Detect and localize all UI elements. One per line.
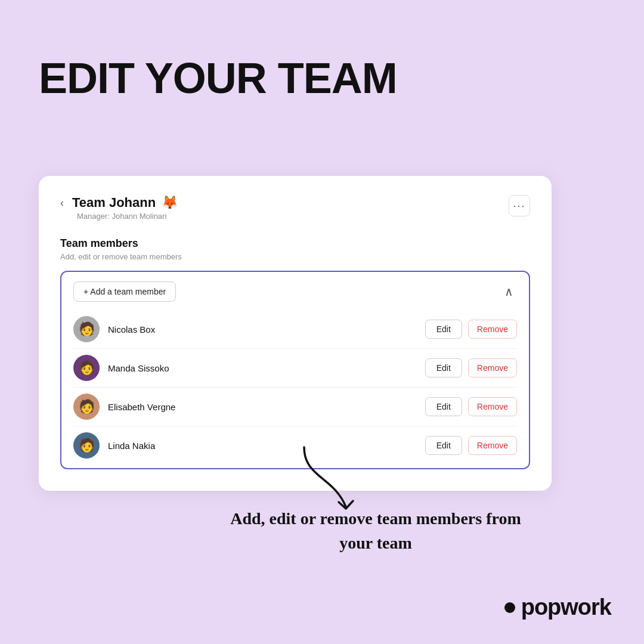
members-box: + Add a team member ∧ 🧑 Nicolas Box Edit… [60,271,530,469]
brand-name: popwork [521,595,611,620]
remove-button[interactable]: Remove [468,358,517,377]
page-title: EDIT YOUR TEAM [39,54,397,103]
member-info: 🧑 Elisabeth Vergne [73,394,175,420]
edit-button[interactable]: Edit [425,397,462,416]
edit-button[interactable]: Edit [425,436,462,455]
avatar: 🧑 [73,432,100,459]
member-name: Manda Sissoko [108,363,169,373]
member-info: 🧑 Nicolas Box [73,316,155,342]
member-actions: Edit Remove [425,358,517,377]
table-row: 🧑 Nicolas Box Edit Remove [73,310,517,349]
table-row: 🧑 Elisabeth Vergne Edit Remove [73,388,517,426]
collapse-button[interactable]: ∧ [500,283,517,300]
back-button[interactable]: ‹ [60,197,64,209]
members-box-header: + Add a team member ∧ [73,281,517,302]
avatar: 🧑 [73,394,100,420]
team-emoji: 🦊 [162,195,178,210]
team-name: Team Johann [72,195,156,210]
edit-button[interactable]: Edit [425,358,462,377]
member-name: Nicolas Box [108,324,155,335]
manager-label: Manager: Johann Molinari [77,212,178,221]
remove-button[interactable]: Remove [468,436,517,455]
member-info: 🧑 Manda Sissoko [73,355,169,381]
member-name: Elisabeth Vergne [108,402,175,412]
member-actions: Edit Remove [425,397,517,416]
edit-button[interactable]: Edit [425,320,462,339]
avatar: 🧑 [73,355,100,381]
section-subtitle: Add, edit or remove team members [60,252,530,261]
section-title: Team members [60,237,530,250]
more-button[interactable]: ··· [509,195,530,216]
annotation-text: Add, edit or remove team members from yo… [227,507,525,555]
member-name: Linda Nakia [108,441,155,451]
add-member-button[interactable]: + Add a team member [73,281,176,302]
team-title-row: ‹ Team Johann 🦊 [60,195,178,210]
table-row: 🧑 Manda Sissoko Edit Remove [73,349,517,388]
remove-button[interactable]: Remove [468,397,517,416]
member-actions: Edit Remove [425,436,517,455]
remove-button[interactable]: Remove [468,320,517,339]
member-actions: Edit Remove [425,320,517,339]
avatar: 🧑 [73,316,100,342]
header-left: ‹ Team Johann 🦊 Manager: Johann Molinari [60,195,178,221]
member-info: 🧑 Linda Nakia [73,432,155,459]
branding: popwork [504,595,611,620]
card-header: ‹ Team Johann 🦊 Manager: Johann Molinari… [60,195,530,221]
brand-dot [504,602,515,613]
